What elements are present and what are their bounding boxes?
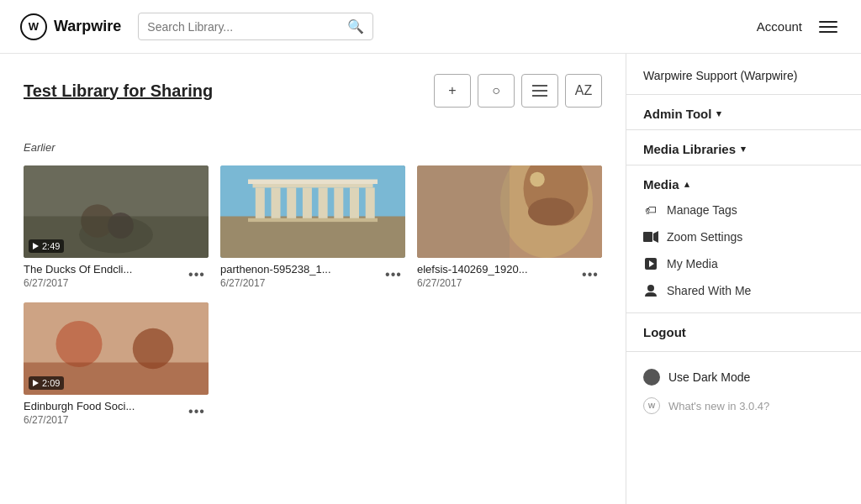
svg-rect-11 [253,184,373,187]
video-icon [643,229,658,244]
media-card[interactable]: 2:49 The Ducks Of Endcli... 6/27/2017 ••… [24,165,209,291]
media-meta: parthenon-595238_1... 6/27/2017 [220,263,382,289]
svg-rect-19 [366,187,375,220]
sidebar-item-manage-tags[interactable]: 🏷 Manage Tags [626,197,861,223]
person-icon [643,283,658,298]
sidebar: Warpwire Support (Warpwire) Admin Tool ▾… [626,54,861,504]
media-name: The Ducks Of Endcli... [24,263,158,276]
media-thumbnail: 2:49 [24,165,209,258]
search-input[interactable] [147,20,341,34]
media-info: parthenon-595238_1... 6/27/2017 ••• [220,258,405,291]
dark-mode-icon [643,369,660,386]
duration-text: 2:09 [42,378,60,388]
play-icon [33,380,39,386]
svg-rect-20 [248,218,378,222]
section-label: Earlier [24,141,602,154]
media-meta: Edinburgh Food Soci... 6/27/2017 [24,400,185,426]
sidebar-item-label: Shared With Me [667,284,751,297]
header: W Warpwire 🔍 Account [0,0,861,54]
list-view-button[interactable] [521,74,558,108]
circle-button[interactable]: ○ [478,74,515,108]
svg-point-29 [56,321,103,367]
media-thumbnail [220,165,405,258]
list-icon [532,85,547,97]
media-grid: 2:49 The Ducks Of Endcli... 6/27/2017 ••… [24,165,602,428]
media-info: The Ducks Of Endcli... 6/27/2017 ••• [24,258,209,291]
svg-point-24 [530,172,545,187]
chevron-down-icon: ▾ [741,144,746,155]
sidebar-bottom: Use Dark Mode W What's new in 3.0.4? [626,352,861,429]
sidebar-item-shared-with-me[interactable]: Shared With Me [626,277,861,304]
duration-text: 2:49 [42,241,60,251]
svg-rect-18 [350,187,359,220]
media-name: parthenon-595238_1... [220,263,355,276]
sidebar-admin-tool[interactable]: Admin Tool ▾ [643,107,844,121]
more-options-button[interactable]: ••• [185,263,209,286]
sidebar-item-my-media[interactable]: My Media [626,250,861,277]
sidebar-item-label: Zoom Settings [667,230,742,244]
whats-new-label: What's new in 3.0.4? [668,400,769,412]
media-name: elefsis-140269_1920... [417,263,552,276]
ellipsis-icon: ••• [582,267,599,282]
svg-rect-26 [417,165,510,258]
play-icon [643,256,658,271]
sidebar-media-title: Media ▴ [643,177,844,192]
sidebar-whats-new[interactable]: W What's new in 3.0.4? [626,392,861,419]
sidebar-admin-section: Admin Tool ▾ [626,95,861,130]
ellipsis-icon: ••• [385,267,402,282]
svg-marker-33 [653,231,658,243]
toolbar: + ○ AZ [434,74,602,108]
svg-rect-12 [256,187,265,220]
sidebar-media-libraries-section: Media Libraries ▾ [626,130,861,165]
sidebar-logout[interactable]: Logout [626,313,861,352]
add-button[interactable]: + [434,74,471,108]
ellipsis-icon: ••• [188,404,205,419]
more-options-button[interactable]: ••• [185,400,209,423]
duration-badge: 2:09 [29,376,64,390]
svg-rect-9 [220,217,405,259]
svg-rect-15 [303,187,312,220]
ellipsis-icon: ••• [188,267,205,282]
svg-rect-0 [532,85,547,87]
warpwire-icon: W [643,397,660,414]
svg-rect-2 [532,95,547,97]
media-card[interactable]: 2:09 Edinburgh Food Soci... 6/27/2017 ••… [24,302,209,428]
account-label[interactable]: Account [757,19,802,34]
sidebar-media-libraries[interactable]: Media Libraries ▾ [643,142,844,156]
play-icon [33,243,39,249]
media-card[interactable]: elefsis-140269_1920... 6/27/2017 ••• [417,165,602,291]
content-area: Test Library for Sharing + ○ AZ Earlier [0,54,626,504]
sidebar-item-zoom-settings[interactable]: Zoom Settings [626,223,861,250]
sidebar-item-label: Manage Tags [667,203,737,217]
logo[interactable]: W Warpwire [20,13,121,40]
svg-rect-13 [272,187,281,220]
svg-point-25 [528,198,574,226]
media-info: Edinburgh Food Soci... 6/27/2017 ••• [24,395,209,428]
logo-icon: W [20,13,47,40]
media-date: 6/27/2017 [417,277,578,289]
media-thumbnail [417,165,602,258]
sidebar-item-label: My Media [667,257,718,270]
dark-mode-label: Use Dark Mode [668,370,750,384]
chevron-down-icon: ▾ [716,108,721,119]
sidebar-dark-mode[interactable]: Use Dark Mode [626,362,861,392]
sidebar-media-section: Media ▴ 🏷 Manage Tags Zoom Settings [626,165,861,313]
media-card[interactable]: parthenon-595238_1... 6/27/2017 ••• [220,165,405,291]
media-meta: The Ducks Of Endcli... 6/27/2017 [24,263,185,289]
media-date: 6/27/2017 [220,277,382,289]
sidebar-user-name: Warpwire Support (Warpwire) [626,54,861,95]
svg-rect-14 [287,187,296,220]
media-date: 6/27/2017 [24,277,185,289]
page-title: Test Library for Sharing [24,81,213,101]
more-options-button[interactable]: ••• [382,263,405,286]
logo-text: Warpwire [54,18,121,35]
more-options-button[interactable]: ••• [578,263,602,286]
menu-button[interactable] [816,18,841,36]
svg-point-36 [647,285,654,291]
svg-rect-16 [319,187,328,220]
svg-rect-32 [643,232,652,242]
main-layout: Test Library for Sharing + ○ AZ Earlier [0,54,861,504]
sort-az-button[interactable]: AZ [565,74,602,108]
svg-rect-1 [532,90,547,92]
header-right: Account [757,18,841,36]
